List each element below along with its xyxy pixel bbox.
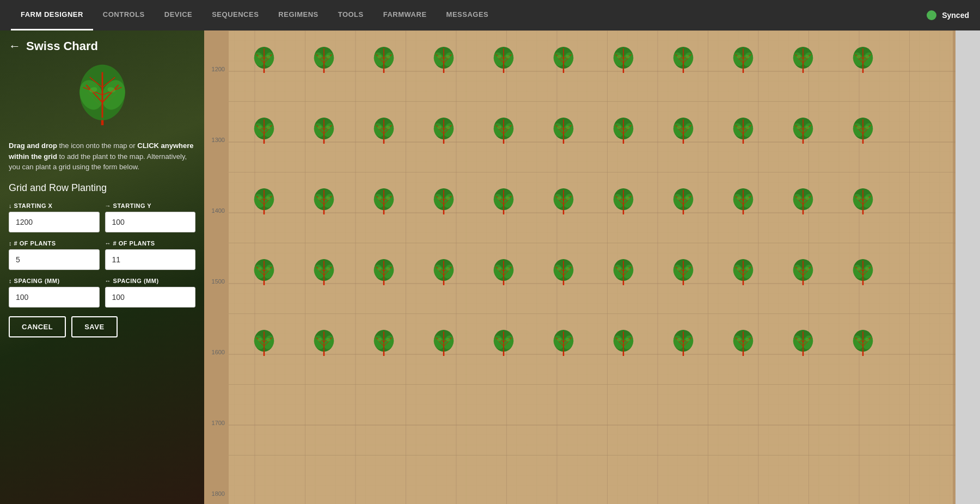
nav-device[interactable]: DEVICE xyxy=(155,0,202,30)
plant-marker[interactable] xyxy=(250,258,278,288)
main-layout: ← Swiss Chard xyxy=(0,30,980,504)
plant-marker[interactable] xyxy=(610,46,637,76)
plant-marker[interactable] xyxy=(789,329,817,359)
plant-marker[interactable] xyxy=(670,329,697,359)
save-button[interactable]: SAVE xyxy=(71,316,117,337)
map-area[interactable]: 1200 1300 1400 1500 1600 1700 1800 xyxy=(204,30,955,504)
nav-right: Synced xyxy=(927,10,969,20)
nav-sequences[interactable]: SEQUENCES xyxy=(202,0,268,30)
plant-marker[interactable] xyxy=(430,187,457,217)
plant-marker[interactable] xyxy=(849,258,877,288)
plant-marker[interactable] xyxy=(789,258,817,288)
plant-marker[interactable] xyxy=(550,116,577,146)
plant-marker[interactable] xyxy=(670,258,697,288)
plant-marker[interactable] xyxy=(430,329,457,359)
label-starting-y: → STARTING Y xyxy=(105,202,196,209)
plant-icon[interactable] xyxy=(70,62,135,133)
back-header: ← Swiss Chard xyxy=(9,39,195,53)
form-group-spacing-row: ↕ SPACING (MM) xyxy=(9,278,100,308)
plant-marker[interactable] xyxy=(370,46,397,76)
plant-marker[interactable] xyxy=(370,187,397,217)
svg-text:1200: 1200 xyxy=(212,66,225,72)
plant-marker[interactable] xyxy=(849,187,877,217)
plant-marker[interactable] xyxy=(490,258,517,288)
input-spacing-row[interactable] xyxy=(9,287,100,308)
plant-marker[interactable] xyxy=(670,187,697,217)
svg-text:1500: 1500 xyxy=(212,278,225,285)
input-spacing-col[interactable] xyxy=(105,287,196,308)
plant-marker[interactable] xyxy=(370,116,397,146)
input-plants-col[interactable] xyxy=(105,249,196,270)
nav-farm-designer[interactable]: FARM DESIGNER xyxy=(11,0,93,30)
plant-marker[interactable] xyxy=(310,329,338,359)
plant-marker[interactable] xyxy=(250,187,278,217)
nav-tools[interactable]: TOOLS xyxy=(328,0,373,30)
nav-regimens[interactable]: REGIMENS xyxy=(268,0,328,30)
svg-text:1600: 1600 xyxy=(212,349,225,355)
plant-marker[interactable] xyxy=(730,329,757,359)
plant-marker[interactable] xyxy=(250,329,278,359)
form-group-start-x: ↓ STARTING X xyxy=(9,202,100,232)
plants-layer xyxy=(229,30,955,504)
plant-marker[interactable] xyxy=(550,46,577,76)
drag-text-2: the icon onto the map or xyxy=(57,142,137,150)
plant-marker[interactable] xyxy=(730,46,757,76)
plant-marker[interactable] xyxy=(550,329,577,359)
plant-marker[interactable] xyxy=(310,46,338,76)
plant-marker[interactable] xyxy=(670,46,697,76)
plant-marker[interactable] xyxy=(310,187,338,217)
plant-marker[interactable] xyxy=(250,46,278,76)
plant-marker[interactable] xyxy=(430,46,457,76)
plant-marker[interactable] xyxy=(610,116,637,146)
plant-marker[interactable] xyxy=(490,116,517,146)
plant-marker[interactable] xyxy=(550,187,577,217)
sync-status-dot xyxy=(927,10,936,20)
svg-text:1700: 1700 xyxy=(212,420,225,426)
form-row-start: ↓ STARTING X → STARTING Y xyxy=(9,202,195,232)
input-plants-row[interactable] xyxy=(9,249,100,270)
label-plants-row: ↕ # OF PLANTS xyxy=(9,240,100,247)
plant-marker[interactable] xyxy=(849,46,877,76)
plant-marker[interactable] xyxy=(849,329,877,359)
plant-marker[interactable] xyxy=(550,258,577,288)
form-group-plants-col: ↔ # OF PLANTS xyxy=(105,240,196,270)
sidebar-content: ← Swiss Chard xyxy=(0,30,204,504)
nav-messages[interactable]: MESSAGES xyxy=(437,0,499,30)
plant-marker[interactable] xyxy=(610,187,637,217)
top-navigation: FARM DESIGNER CONTROLS DEVICE SEQUENCES … xyxy=(0,0,980,30)
plant-marker[interactable] xyxy=(370,258,397,288)
plant-marker[interactable] xyxy=(730,258,757,288)
back-button[interactable]: ← xyxy=(9,39,21,53)
form-group-plants-row: ↕ # OF PLANTS xyxy=(9,240,100,270)
nav-controls[interactable]: CONTROLS xyxy=(93,0,155,30)
nav-farmware[interactable]: FARMWARE xyxy=(373,0,437,30)
form-group-start-y: → STARTING Y xyxy=(105,202,196,232)
input-starting-x[interactable] xyxy=(9,212,100,232)
plant-marker[interactable] xyxy=(789,116,817,146)
label-spacing-col: ↔ SPACING (MM) xyxy=(105,278,196,284)
plant-marker[interactable] xyxy=(789,46,817,76)
plant-marker[interactable] xyxy=(849,116,877,146)
right-panel xyxy=(955,30,980,504)
plant-marker[interactable] xyxy=(490,46,517,76)
plant-marker[interactable] xyxy=(610,258,637,288)
svg-rect-16 xyxy=(204,30,229,504)
plant-marker[interactable] xyxy=(490,187,517,217)
plant-marker[interactable] xyxy=(730,187,757,217)
plant-marker[interactable] xyxy=(430,116,457,146)
plant-marker[interactable] xyxy=(370,329,397,359)
plant-marker[interactable] xyxy=(490,329,517,359)
sidebar: ← Swiss Chard xyxy=(0,30,204,504)
plant-marker[interactable] xyxy=(730,116,757,146)
cancel-button[interactable]: CANCEL xyxy=(9,316,66,337)
plant-marker[interactable] xyxy=(430,258,457,288)
drag-bold-1: Drag and drop xyxy=(9,142,57,150)
label-spacing-row: ↕ SPACING (MM) xyxy=(9,278,100,284)
plant-marker[interactable] xyxy=(789,187,817,217)
plant-marker[interactable] xyxy=(310,258,338,288)
input-starting-y[interactable] xyxy=(105,212,196,232)
plant-marker[interactable] xyxy=(250,116,278,146)
plant-marker[interactable] xyxy=(610,329,637,359)
plant-marker[interactable] xyxy=(670,116,697,146)
plant-marker[interactable] xyxy=(310,116,338,146)
